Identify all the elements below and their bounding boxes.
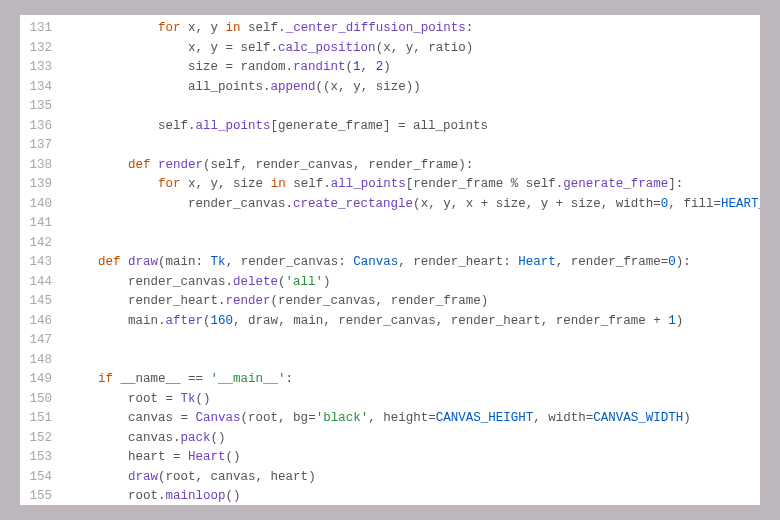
line-number: 143 (20, 253, 68, 273)
line-number: 145 (20, 292, 68, 312)
code-line[interactable]: 141 (20, 214, 760, 234)
code-content[interactable]: size = random.randint(1, 2) (68, 58, 391, 78)
code-line[interactable]: 133 size = random.randint(1, 2) (20, 58, 760, 78)
code-content[interactable]: def draw(main: Tk, render_canvas: Canvas… (68, 253, 691, 273)
line-number: 148 (20, 351, 68, 371)
line-number: 138 (20, 156, 68, 176)
line-number: 152 (20, 429, 68, 449)
line-number: 140 (20, 195, 68, 215)
line-number: 144 (20, 273, 68, 293)
code-line[interactable]: 155 root.mainloop() (20, 487, 760, 505)
code-content[interactable]: for x, y in self._center_diffusion_point… (68, 19, 473, 39)
line-number: 142 (20, 234, 68, 254)
line-number: 147 (20, 331, 68, 351)
line-number: 151 (20, 409, 68, 429)
code-content[interactable]: render_heart.render(render_canvas, rende… (68, 292, 488, 312)
line-number: 154 (20, 468, 68, 488)
code-content[interactable]: for x, y, size in self.all_points[render… (68, 175, 683, 195)
line-number: 155 (20, 487, 68, 505)
code-content[interactable]: heart = Heart() (68, 448, 241, 468)
code-content[interactable]: def render(self, render_canvas, render_f… (68, 156, 473, 176)
code-content[interactable]: canvas = Canvas(root, bg='black', height… (68, 409, 691, 429)
code-content[interactable]: if __name__ == '__main__': (68, 370, 293, 390)
code-line[interactable]: 135 (20, 97, 760, 117)
code-line[interactable]: 150 root = Tk() (20, 390, 760, 410)
line-number: 153 (20, 448, 68, 468)
code-line[interactable]: 140 render_canvas.create_rectangle(x, y,… (20, 195, 760, 215)
line-number: 141 (20, 214, 68, 234)
line-number: 134 (20, 78, 68, 98)
code-line[interactable]: 137 (20, 136, 760, 156)
code-content[interactable]: draw(root, canvas, heart) (68, 468, 316, 488)
code-content[interactable]: render_canvas.create_rectangle(x, y, x +… (68, 195, 760, 215)
code-line[interactable]: 151 canvas = Canvas(root, bg='black', he… (20, 409, 760, 429)
code-line[interactable]: 145 render_heart.render(render_canvas, r… (20, 292, 760, 312)
code-line[interactable]: 136 self.all_points[generate_frame] = al… (20, 117, 760, 137)
code-content[interactable]: canvas.pack() (68, 429, 226, 449)
code-line[interactable]: 138 def render(self, render_canvas, rend… (20, 156, 760, 176)
code-line[interactable]: 153 heart = Heart() (20, 448, 760, 468)
code-line[interactable]: 144 render_canvas.delete('all') (20, 273, 760, 293)
line-number: 137 (20, 136, 68, 156)
line-number: 131 (20, 19, 68, 39)
line-number: 149 (20, 370, 68, 390)
line-number: 146 (20, 312, 68, 332)
code-line[interactable]: 134 all_points.append((x, y, size)) (20, 78, 760, 98)
code-editor[interactable]: 131 for x, y in self._center_diffusion_p… (20, 15, 760, 505)
line-number: 133 (20, 58, 68, 78)
line-number: 136 (20, 117, 68, 137)
code-line[interactable]: 142 (20, 234, 760, 254)
code-line[interactable]: 154 draw(root, canvas, heart) (20, 468, 760, 488)
code-line[interactable]: 139 for x, y, size in self.all_points[re… (20, 175, 760, 195)
code-line[interactable]: 131 for x, y in self._center_diffusion_p… (20, 19, 760, 39)
code-line[interactable]: 152 canvas.pack() (20, 429, 760, 449)
code-content[interactable]: self.all_points[generate_frame] = all_po… (68, 117, 488, 137)
code-line[interactable]: 148 (20, 351, 760, 371)
code-content[interactable]: root = Tk() (68, 390, 211, 410)
line-number: 135 (20, 97, 68, 117)
line-number: 139 (20, 175, 68, 195)
code-content[interactable]: all_points.append((x, y, size)) (68, 78, 421, 98)
code-line[interactable]: 149 if __name__ == '__main__': (20, 370, 760, 390)
code-content[interactable]: render_canvas.delete('all') (68, 273, 331, 293)
code-line[interactable]: 147 (20, 331, 760, 351)
code-content[interactable]: root.mainloop() (68, 487, 241, 505)
code-content[interactable]: x, y = self.calc_position(x, y, ratio) (68, 39, 473, 59)
line-number: 132 (20, 39, 68, 59)
code-line[interactable]: 143 def draw(main: Tk, render_canvas: Ca… (20, 253, 760, 273)
code-content[interactable]: main.after(160, draw, main, render_canva… (68, 312, 683, 332)
code-line[interactable]: 146 main.after(160, draw, main, render_c… (20, 312, 760, 332)
code-line[interactable]: 132 x, y = self.calc_position(x, y, rati… (20, 39, 760, 59)
line-number: 150 (20, 390, 68, 410)
